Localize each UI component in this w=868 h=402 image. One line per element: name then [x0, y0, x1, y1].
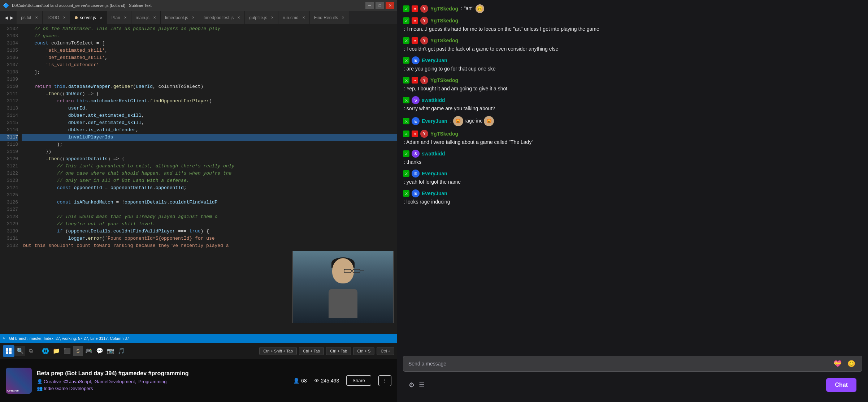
list-icon-button[interactable]: ☰	[419, 381, 425, 389]
tab-timedpooltest[interactable]: timedpooltest.js ✕	[199, 11, 245, 25]
svg-rect-6	[9, 348, 12, 351]
tab-ps-txt[interactable]: ps.txt ✕	[17, 11, 43, 25]
tag-label-programming: Programming	[138, 379, 166, 384]
viewer-count: 👁 245,493	[314, 378, 339, 384]
tab-main-js[interactable]: main.js ✕	[131, 11, 161, 25]
username-ej-3: EveryJuan	[422, 171, 447, 176]
modified-indicator	[75, 16, 78, 19]
code-editor[interactable]: 3102310331043105 3106310731083109 311031…	[0, 25, 397, 334]
tab-close-server[interactable]: ✕	[100, 16, 103, 20]
tab-runcmd[interactable]: run.cmd ✕	[278, 11, 309, 25]
message-header-3: ⚔ ★ Y YgTSkedog	[403, 37, 862, 44]
sublime-text-icon[interactable]: S	[73, 346, 83, 356]
message-text-5: : Yep, I bought it and am going to give …	[403, 85, 862, 93]
line-numbers: 3102310331043105 3106310731083109 311031…	[0, 25, 22, 334]
smile-icon-button[interactable]: 😊	[846, 360, 857, 368]
message-header-11: ⚔ E EveryJuan	[403, 189, 862, 197]
rage-emote-2: 😡	[484, 116, 494, 126]
tab-nav-arrows[interactable]: ◀ ▶	[1, 15, 17, 20]
stream-category[interactable]: 👤 Creative	[37, 379, 61, 384]
chat-input-field[interactable]	[408, 361, 829, 367]
heart-icon-button[interactable]: 💝	[832, 360, 843, 368]
chat-message-7: ⚔ E EveryJuan : 😡 rage inc 😡	[403, 116, 862, 126]
tab-close-gulpfile[interactable]: ✕	[271, 16, 274, 20]
stream-community[interactable]: 👥 Indie Game Developers	[37, 386, 288, 391]
tag-label-js: JavaScript,	[69, 379, 92, 384]
stream-panel: 🔷 D:\Code\BotLand\bot-land-account_serve…	[0, 0, 397, 402]
tab-plan[interactable]: Plan ✕	[107, 11, 131, 25]
tab-find-results[interactable]: Find Results ✕	[310, 11, 350, 25]
taskview-button[interactable]: ⧉	[26, 346, 36, 356]
shortcut-ctrl-tab-2[interactable]: Ctrl + Tab	[326, 347, 351, 355]
message-text-10: : yeah lol forgot the name	[403, 178, 862, 186]
username-ej-4: EveryJuan	[422, 191, 447, 196]
tab-close-plan[interactable]: ✕	[124, 16, 127, 20]
mod-badge-2: ⚔	[403, 17, 409, 24]
avatar-ej-4: E	[412, 189, 420, 197]
tab-nav-right[interactable]: ▶	[9, 15, 14, 20]
viewer-icon: 👁	[314, 378, 319, 384]
app-icon-6[interactable]: 📷	[105, 346, 116, 356]
tab-close-find[interactable]: ✕	[342, 16, 344, 20]
file-explorer-icon[interactable]: 📁	[51, 346, 61, 356]
window-icon: 🔷	[3, 3, 9, 8]
username-ej-2: EveryJuan	[422, 118, 447, 124]
rage-face-icon: 😡	[453, 116, 463, 126]
message-header-7: ⚔ E EveryJuan : 😡 rage inc 😡	[403, 116, 862, 126]
tab-nav-left[interactable]: ◀	[4, 15, 9, 20]
share-button[interactable]: Share	[346, 375, 371, 386]
sub-badge-3: ★	[412, 37, 418, 44]
person-icon: 👤	[37, 379, 43, 384]
app-icon-5[interactable]: 💬	[95, 346, 105, 356]
app-icon-4[interactable]: 🎮	[84, 346, 94, 356]
app-icon-7[interactable]: 🎵	[116, 346, 126, 356]
chat-send-button[interactable]: Chat	[826, 378, 856, 392]
status-bar: ⑂ Git branch: master, Index: 27, working…	[0, 334, 397, 343]
chat-message-5: ⚔ ★ Y YgTSkedog : Yep, I bought it and a…	[403, 76, 862, 93]
svg-rect-5	[6, 348, 8, 351]
tab-todo[interactable]: TODO ✕	[43, 11, 70, 25]
close-button[interactable]: ✕	[386, 2, 394, 9]
start-button[interactable]	[3, 345, 14, 357]
message-text-8: : Adam and I were talking about a game c…	[403, 138, 862, 146]
shortcut-ctrl-tab-1[interactable]: Ctrl + Tab	[299, 347, 324, 355]
more-button[interactable]: ⋮	[378, 375, 391, 386]
shortcut-ctrl-shift-tab[interactable]: Ctrl + Shift + Tab	[259, 347, 297, 355]
tab-close-timedpooltest[interactable]: ✕	[237, 16, 240, 20]
message-text-2: : I mean...I guess it's hard for me to f…	[403, 25, 862, 33]
stream-tag-programming[interactable]: Programming	[138, 379, 166, 384]
message-header-2: ⚔ ★ Y YgTSkedog	[403, 17, 862, 25]
stream-details: Beta prep (Bot Land day 394) #gamedev #p…	[37, 370, 288, 391]
stream-thumbnail: Creative	[6, 368, 32, 394]
sub-badge-2: ★	[412, 17, 418, 24]
chat-footer-left: ⚙ ☰	[409, 381, 425, 389]
stream-tag-gamedev[interactable]: GameDevelopment,	[95, 379, 136, 384]
tab-close-runcmd[interactable]: ✕	[302, 16, 305, 20]
title-bar: 🔷 D:\Code\BotLand\bot-land-account_serve…	[0, 0, 397, 11]
tab-close-timedpool[interactable]: ✕	[192, 16, 195, 20]
stream-tag-js[interactable]: 🏷 JavaScript,	[63, 379, 92, 384]
settings-icon-button[interactable]: ⚙	[409, 381, 415, 389]
tab-close-todo[interactable]: ✕	[63, 16, 66, 20]
chat-message-11: ⚔ E EveryJuan : looks rage inducing	[403, 189, 862, 206]
shortcut-ctrl-s[interactable]: Ctrl + S	[353, 347, 374, 355]
tab-close-main[interactable]: ✕	[153, 16, 156, 20]
chat-message-6: ⚔ S swattkidd : sorry what game are you …	[403, 96, 862, 112]
tab-close-ps[interactable]: ✕	[35, 16, 38, 20]
search-taskbar[interactable]: 🔍	[15, 346, 25, 356]
chat-messages: ⚔ ★ Y YgTSkedog : "art" 😊 ⚔ ★ Y YgTSkedo…	[397, 0, 868, 351]
shortcut-ctrl-5[interactable]: Ctrl +	[377, 347, 394, 355]
chat-message-2: ⚔ ★ Y YgTSkedog : I mean...I guess it's …	[403, 17, 862, 33]
chat-message-8: ⚔ ★ Y YgTSkedog : Adam and I were talkin…	[403, 130, 862, 146]
mod-badge-4: ⚔	[403, 57, 409, 64]
chrome-icon[interactable]: 🌐	[40, 346, 51, 356]
tab-server-js[interactable]: server.js ✕	[70, 11, 107, 25]
stream-info: Creative Beta prep (Bot Land day 394) #g…	[0, 359, 397, 402]
tab-gulpfile[interactable]: gulpfile.js ✕	[245, 11, 278, 25]
avatar-swatt-2: S	[412, 150, 420, 158]
rage-face-2: 😡	[484, 116, 494, 126]
terminal-icon[interactable]: ⬛	[62, 346, 72, 356]
tab-timedpool[interactable]: timedpool.js ✕	[161, 11, 199, 25]
minimize-button[interactable]: ─	[365, 2, 374, 9]
maximize-button[interactable]: □	[376, 2, 384, 9]
